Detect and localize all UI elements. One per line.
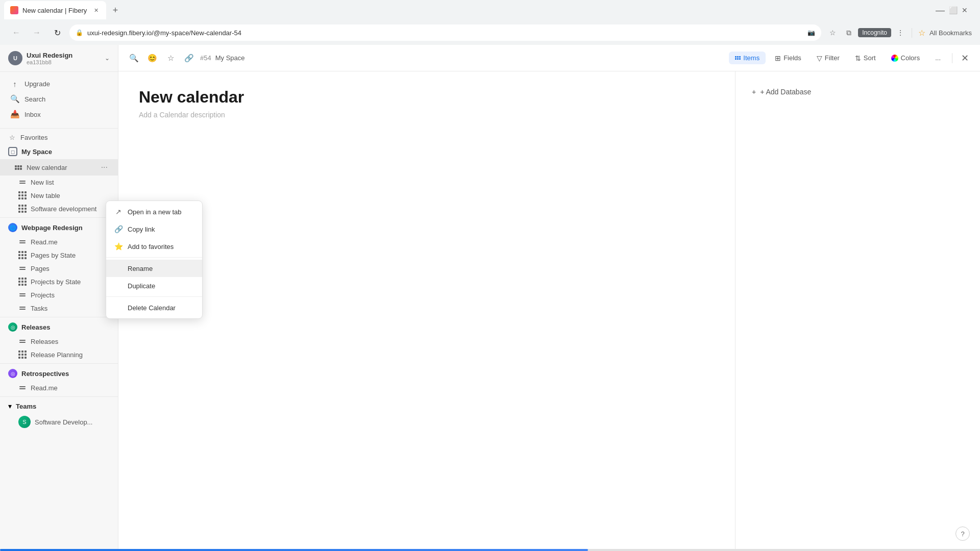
- sidebar-item-new-table[interactable]: New table: [0, 189, 118, 202]
- tasks-label: Tasks: [31, 305, 110, 312]
- workspace-sub: ea131bb8: [27, 59, 72, 65]
- teams-chevron-icon: ▾: [8, 402, 12, 410]
- teams-section-header[interactable]: ▾ Teams: [0, 399, 118, 413]
- myspace-section-header[interactable]: ◻ My Space: [0, 144, 118, 159]
- fields-icon: ⊞: [775, 54, 781, 62]
- sidebar-item-inbox[interactable]: 📥 Inbox: [2, 107, 116, 122]
- sidebar-item-upgrade[interactable]: ↑ Upgrade: [2, 76, 116, 91]
- retro-section-header[interactable]: ◎ Retrospectives: [0, 366, 118, 381]
- progress-fill: [118, 549, 588, 551]
- context-menu-copy-link[interactable]: 🔗 Copy link: [106, 220, 202, 238]
- releases-section-header[interactable]: ◎ Releases: [0, 319, 118, 335]
- menu-button[interactable]: ⋮: [893, 26, 908, 40]
- window-close-button[interactable]: ✕: [962, 6, 968, 14]
- release-planning-icon: [18, 350, 27, 359]
- toolbar-sort-button[interactable]: ⇅ Sort: [849, 52, 882, 65]
- releases-section-icon: ◎: [8, 322, 17, 332]
- toolbar-star-button[interactable]: ☆: [163, 51, 178, 65]
- software-dev-label: Software development: [31, 205, 110, 213]
- sidebar-item-tasks[interactable]: Tasks: [0, 302, 118, 315]
- toolbar-emoji-button[interactable]: 😊: [145, 51, 159, 65]
- content-area: New calendar Add a Calendar description …: [118, 71, 980, 551]
- webpage-section-header[interactable]: 🌐 Webpage Redesign: [0, 220, 118, 235]
- sidebar-item-pages[interactable]: Pages: [0, 262, 118, 275]
- progress-bar: [118, 549, 980, 551]
- bookmarks-icon: ☆: [918, 28, 925, 38]
- lock-icon: 🔒: [76, 29, 83, 36]
- sidebar-item-releases[interactable]: Releases: [0, 335, 118, 348]
- workspace-chevron-icon[interactable]: ⌄: [105, 55, 110, 62]
- context-menu-divider-1: [106, 257, 202, 258]
- nav-bar: ← → ↻ 🔒 uxui-redesign.fibery.io/@my-spac…: [0, 20, 980, 45]
- toolbar-filter-button[interactable]: ▽ Filter: [811, 52, 846, 65]
- tab-close-button[interactable]: ✕: [92, 6, 100, 14]
- content-side: + + Add Database: [735, 71, 980, 551]
- releases-section-title: Releases: [21, 323, 50, 331]
- new-tab-button[interactable]: +: [108, 3, 122, 17]
- new-calendar-more-button[interactable]: ···: [99, 162, 110, 173]
- readme-icon: [18, 238, 27, 246]
- context-menu-duplicate[interactable]: Duplicate: [106, 277, 202, 294]
- toolbar-colors-button[interactable]: Colors: [885, 52, 926, 64]
- sidebar-item-retro-readme[interactable]: Read.me: [0, 381, 118, 394]
- context-menu-delete[interactable]: Delete Calendar: [106, 299, 202, 316]
- workspace-avatar: U: [8, 51, 22, 65]
- add-favorites-icon: ⭐: [114, 242, 122, 251]
- add-favorites-label: Add to favorites: [128, 243, 174, 251]
- sidebar-item-software-dev[interactable]: Software development: [0, 202, 118, 215]
- bookmarks-label: All Bookmarks: [929, 29, 972, 37]
- sidebar: U Uxui Redesign ea131bb8 ⌄ ↑ Upgrade 🔍 S…: [0, 45, 118, 551]
- sidebar-item-new-list[interactable]: New list: [0, 176, 118, 189]
- sidebar-item-favorites[interactable]: ☆ Favorites: [0, 131, 118, 144]
- minimize-button[interactable]: —: [936, 5, 945, 16]
- toolbar-fields-button[interactable]: ⊞ Fields: [769, 52, 807, 65]
- main-area: 🔍 😊 ☆ 🔗 #54 My Space: [118, 45, 980, 551]
- add-database-button[interactable]: + + Add Database: [748, 84, 968, 100]
- context-menu-rename[interactable]: Rename: [106, 260, 202, 277]
- delete-icon: [114, 304, 122, 312]
- back-button[interactable]: ←: [8, 24, 24, 41]
- projects-by-state-icon: [18, 278, 27, 286]
- page-subtitle[interactable]: Add a Calendar description: [139, 111, 715, 119]
- maximize-button[interactable]: ⬜: [949, 6, 958, 14]
- incognito-badge: Incognito: [858, 28, 891, 37]
- toolbar-link-button[interactable]: 🔗: [182, 51, 196, 65]
- pages-label: Pages: [31, 265, 110, 272]
- sidebar-item-new-calendar[interactable]: New calendar ···: [0, 159, 118, 176]
- forward-button[interactable]: →: [29, 24, 45, 41]
- toolbar-search-button[interactable]: 🔍: [127, 51, 141, 65]
- bookmark-star-button[interactable]: ☆: [825, 26, 840, 40]
- sidebar-item-software-develop[interactable]: S Software Develop...: [0, 413, 118, 431]
- tasks-icon: [18, 304, 27, 312]
- help-button[interactable]: ?: [955, 527, 970, 541]
- duplicate-icon: [114, 282, 122, 290]
- reload-button[interactable]: ↻: [49, 24, 65, 41]
- items-icon: [735, 56, 741, 60]
- sidebar-item-release-planning[interactable]: Release Planning: [0, 348, 118, 361]
- toolbar-close-button[interactable]: ✕: [958, 51, 972, 65]
- toolbar-items-button[interactable]: Items: [729, 52, 766, 64]
- sidebar-item-pages-by-state[interactable]: Pages by State: [0, 248, 118, 262]
- toolbar-more-button[interactable]: ...: [929, 52, 947, 64]
- myspace-title: My Space: [21, 148, 52, 156]
- upgrade-icon: ↑: [10, 79, 19, 88]
- tab-bar: New calendar | Fibery ✕ + — ⬜ ✕: [0, 0, 980, 20]
- active-tab[interactable]: New calendar | Fibery ✕: [4, 1, 106, 19]
- workspace-info[interactable]: U Uxui Redesign ea131bb8: [8, 51, 72, 65]
- context-menu-add-favorites[interactable]: ⭐ Add to favorites: [106, 238, 202, 255]
- sidebar-item-search[interactable]: 🔍 Search: [2, 91, 116, 107]
- colors-label: Colors: [901, 54, 920, 62]
- sidebar-item-readme[interactable]: Read.me: [0, 235, 118, 248]
- address-camera-icon: 📷: [807, 29, 815, 36]
- extension-button[interactable]: ⧉: [842, 26, 856, 40]
- context-menu-open-new-tab[interactable]: ↗ Open in a new tab: [106, 203, 202, 220]
- retro-readme-label: Read.me: [31, 384, 110, 392]
- sidebar-item-projects-by-state[interactable]: Projects by State: [0, 275, 118, 288]
- new-calendar-label: New calendar: [27, 164, 95, 171]
- sidebar-item-projects[interactable]: Projects: [0, 288, 118, 302]
- rename-icon: [114, 264, 122, 272]
- nav-actions: ☆ ⧉ Incognito ⋮: [825, 26, 908, 40]
- fields-label: Fields: [783, 54, 801, 62]
- release-planning-label: Release Planning: [31, 351, 110, 359]
- address-bar[interactable]: 🔒 uxui-redesign.fibery.io/@my-space/New-…: [69, 24, 821, 41]
